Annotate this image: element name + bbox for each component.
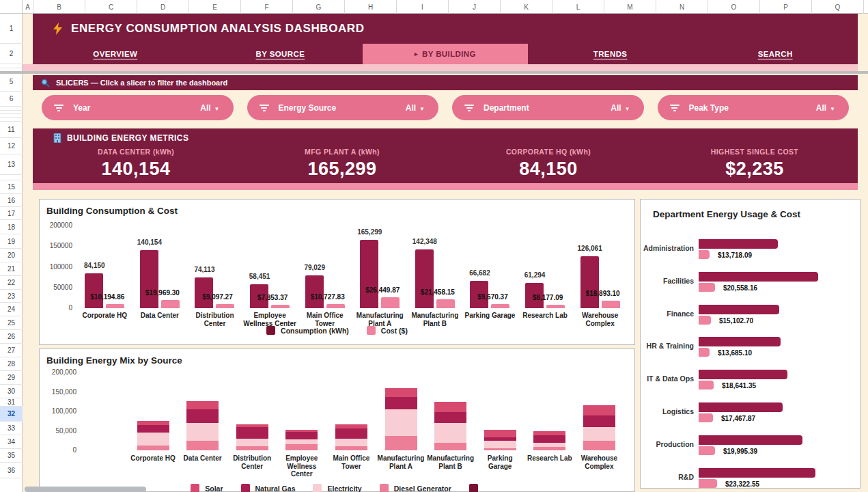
row-header-15[interactable]: 15 — [0, 180, 23, 194]
consumption-bar[interactable] — [140, 250, 158, 308]
stack-segment[interactable] — [533, 431, 565, 436]
row-header-12[interactable]: 12 — [0, 138, 23, 154]
gutter-corner[interactable] — [0, 0, 23, 14]
stack-segment[interactable] — [137, 425, 169, 433]
building-consumption-cost-chart[interactable]: Building Consumption & Cost 200000150000… — [39, 199, 635, 345]
stack-segment[interactable] — [533, 435, 565, 442]
cost-bar[interactable] — [699, 283, 715, 292]
cost-bar[interactable] — [216, 304, 234, 308]
stack-segment[interactable] — [533, 443, 565, 447]
bar-group[interactable]: 61,294$8,177.09Research Lab — [518, 200, 573, 336]
cost-bar[interactable] — [699, 316, 711, 325]
cost-bar[interactable] — [699, 479, 717, 488]
cost-bar[interactable] — [699, 381, 714, 390]
stack-segment[interactable] — [484, 430, 516, 437]
row-header-26[interactable]: 26 — [0, 330, 23, 344]
row-header-36[interactable]: 36 — [0, 463, 23, 478]
stack-segment[interactable] — [137, 433, 169, 445]
stack-segment[interactable] — [137, 421, 169, 425]
row-header-31[interactable]: 31 — [0, 398, 23, 407]
row-header-19[interactable]: 19 — [0, 234, 23, 249]
usage-bar[interactable] — [699, 402, 783, 412]
stack-segment[interactable] — [335, 428, 367, 439]
column-header-o[interactable]: O — [708, 0, 760, 14]
stack-segment[interactable] — [583, 427, 615, 441]
column-header-q[interactable]: Q — [812, 0, 864, 14]
cost-bar[interactable] — [326, 304, 345, 308]
slicer-energy-source[interactable]: Energy SourceAll▼ — [247, 95, 439, 120]
row-header-17[interactable]: 17 — [0, 207, 23, 220]
stack-segment[interactable] — [236, 427, 268, 439]
column-header-i[interactable]: I — [397, 0, 449, 14]
column-header-a[interactable]: A — [23, 0, 33, 14]
slicer-value-dropdown[interactable]: All▼ — [406, 103, 425, 113]
stack-segment[interactable] — [484, 441, 516, 448]
row-header-34[interactable]: 34 — [0, 435, 23, 449]
consumption-bar[interactable] — [360, 240, 378, 308]
row-header-2[interactable]: 2 — [0, 44, 23, 64]
cost-bar[interactable] — [699, 446, 715, 455]
cost-bar[interactable] — [381, 297, 400, 308]
column-header-n[interactable]: N — [656, 0, 708, 14]
usage-bar[interactable] — [699, 337, 781, 346]
slicer-peak-type[interactable]: Peak TypeAll▼ — [658, 95, 850, 120]
column-header-c[interactable]: C — [85, 0, 137, 14]
stack-segment[interactable] — [583, 441, 615, 450]
stack-segment[interactable] — [335, 446, 367, 450]
stack-segment[interactable] — [236, 424, 268, 427]
cost-bar[interactable] — [699, 348, 710, 357]
row-header-16[interactable]: 16 — [0, 194, 23, 207]
horizontal-scrollbar[interactable] — [25, 487, 146, 492]
stack-segment[interactable] — [285, 439, 318, 444]
slicer-department[interactable]: DepartmentAll▼ — [452, 95, 644, 120]
tab-by-building[interactable]: ▸BY BUILDING — [363, 44, 528, 64]
department-energy-chart[interactable]: Department Energy Usage & Cost Administr… — [640, 199, 860, 489]
column-header-j[interactable]: J — [449, 0, 501, 14]
row-header-21[interactable]: 21 — [0, 262, 23, 276]
usage-bar[interactable] — [699, 435, 802, 445]
tab-trends[interactable]: TRENDS — [528, 44, 693, 64]
stack-segment[interactable] — [533, 447, 565, 450]
stack-segment[interactable] — [385, 409, 417, 436]
column-header-m[interactable]: M — [604, 0, 656, 14]
bar-group[interactable]: 126,061$18,893.10Warehouse Complex — [572, 200, 628, 336]
slicer-value-dropdown[interactable]: All▼ — [200, 103, 219, 113]
column-header-d[interactable]: D — [137, 0, 189, 14]
bar-group[interactable]: 66,682$9,670.37Parking Garage — [462, 200, 518, 336]
stack-segment[interactable] — [484, 448, 516, 450]
row-header-35[interactable]: 35 — [0, 449, 23, 463]
usage-bar[interactable] — [699, 468, 815, 478]
stack-segment[interactable] — [236, 439, 268, 446]
stack-segment[interactable] — [236, 446, 268, 450]
row-header-6[interactable]: 6 — [0, 92, 23, 107]
stack-segment[interactable] — [583, 405, 615, 415]
cost-bar[interactable] — [602, 301, 620, 308]
cost-bar[interactable] — [161, 300, 180, 308]
row-header-14[interactable] — [0, 175, 23, 180]
column-header-l[interactable]: L — [552, 0, 604, 14]
consumption-bar[interactable] — [85, 273, 103, 308]
bar-group[interactable]: 74,113$9,097.27Distribution Center — [187, 200, 242, 336]
stack-segment[interactable] — [186, 423, 219, 441]
cost-bar[interactable] — [546, 305, 565, 308]
row-header-29[interactable]: 29 — [0, 371, 23, 385]
stack-segment[interactable] — [186, 401, 219, 410]
stack-segment[interactable] — [385, 436, 417, 450]
tab-search[interactable]: SEARCH — [692, 44, 858, 64]
cost-bar[interactable] — [491, 304, 509, 308]
stack-segment[interactable] — [385, 388, 417, 397]
row-header-30[interactable]: 30 — [0, 385, 23, 398]
row-header-25[interactable]: 25 — [0, 316, 23, 330]
column-header-k[interactable]: K — [501, 0, 552, 14]
tab-by-source[interactable]: BY SOURCE — [198, 44, 363, 64]
row-header-32[interactable]: 32 — [0, 407, 23, 422]
column-header-p[interactable]: P — [760, 0, 812, 14]
stack-segment[interactable] — [186, 409, 219, 423]
stack-segment[interactable] — [434, 443, 466, 450]
stack-segment[interactable] — [137, 446, 169, 450]
row-header-13[interactable]: 13 — [0, 154, 23, 175]
bar-group[interactable]: 79,029$10,727.83Main Office Tower — [297, 200, 352, 336]
usage-bar[interactable] — [699, 272, 818, 282]
stack-segment[interactable] — [335, 439, 367, 446]
column-header-e[interactable]: E — [189, 0, 241, 14]
